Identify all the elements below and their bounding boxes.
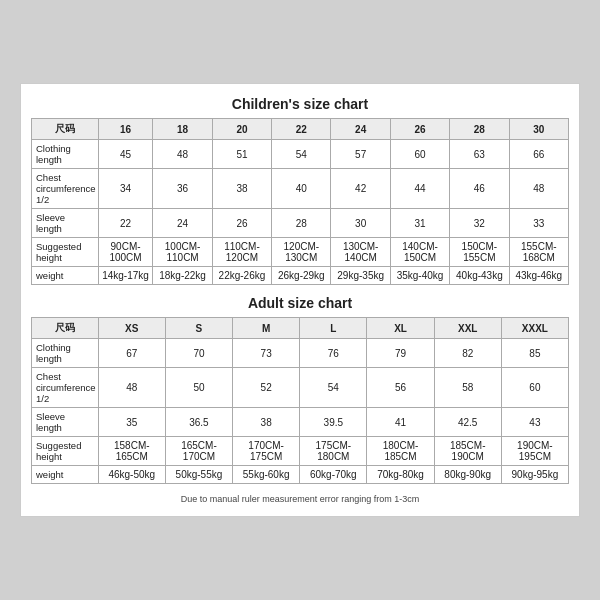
- cell-value: 70kg-80kg: [367, 466, 434, 484]
- cell-value: 58: [434, 368, 501, 408]
- row-label: Clothing length: [32, 339, 99, 368]
- row-label: weight: [32, 466, 99, 484]
- cell-value: 36: [153, 169, 212, 209]
- table-row: weight14kg-17kg18kg-22kg22kg-26kg26kg-29…: [32, 267, 569, 285]
- cell-value: 33: [509, 209, 568, 238]
- cell-value: 54: [300, 368, 367, 408]
- cell-value: 35: [98, 408, 165, 437]
- table-row: Suggested height90CM-100CM100CM-110CM110…: [32, 238, 569, 267]
- table-row: Chest circumference 1/248505254565860: [32, 368, 569, 408]
- cell-value: 46kg-50kg: [98, 466, 165, 484]
- cell-value: 130CM-140CM: [331, 238, 390, 267]
- cell-value: 30: [331, 209, 390, 238]
- cell-value: 36.5: [165, 408, 232, 437]
- row-label: Chest circumference 1/2: [32, 368, 99, 408]
- measurement-note: Due to manual ruler measurement error ra…: [31, 494, 569, 504]
- adult-col-header: XL: [367, 318, 434, 339]
- adult-col-header: XXXL: [501, 318, 568, 339]
- children-col-header: 18: [153, 119, 212, 140]
- row-label: Sleeve length: [32, 408, 99, 437]
- cell-value: 51: [212, 140, 271, 169]
- children-col-header: 26: [390, 119, 449, 140]
- cell-value: 185CM-190CM: [434, 437, 501, 466]
- cell-value: 18kg-22kg: [153, 267, 212, 285]
- cell-value: 22: [98, 209, 153, 238]
- cell-value: 54: [272, 140, 331, 169]
- adult-col-header: S: [165, 318, 232, 339]
- children-col-header: 尺码: [32, 119, 99, 140]
- row-label: Suggested height: [32, 437, 99, 466]
- table-row: Sleeve length2224262830313233: [32, 209, 569, 238]
- cell-value: 63: [450, 140, 509, 169]
- cell-value: 50: [165, 368, 232, 408]
- cell-value: 55kg-60kg: [233, 466, 300, 484]
- cell-value: 43: [501, 408, 568, 437]
- cell-value: 73: [233, 339, 300, 368]
- cell-value: 165CM-170CM: [165, 437, 232, 466]
- cell-value: 175CM-180CM: [300, 437, 367, 466]
- cell-value: 60: [390, 140, 449, 169]
- cell-value: 28: [272, 209, 331, 238]
- children-chart-title: Children's size chart: [31, 96, 569, 112]
- cell-value: 40kg-43kg: [450, 267, 509, 285]
- cell-value: 48: [98, 368, 165, 408]
- cell-value: 31: [390, 209, 449, 238]
- cell-value: 32: [450, 209, 509, 238]
- cell-value: 38: [233, 408, 300, 437]
- cell-value: 82: [434, 339, 501, 368]
- row-label: Sleeve length: [32, 209, 99, 238]
- adult-chart-title: Adult size chart: [31, 295, 569, 311]
- cell-value: 35kg-40kg: [390, 267, 449, 285]
- cell-value: 45: [98, 140, 153, 169]
- cell-value: 70: [165, 339, 232, 368]
- children-col-header: 28: [450, 119, 509, 140]
- cell-value: 120CM-130CM: [272, 238, 331, 267]
- cell-value: 155CM-168CM: [509, 238, 568, 267]
- cell-value: 60: [501, 368, 568, 408]
- children-col-header: 30: [509, 119, 568, 140]
- cell-value: 48: [153, 140, 212, 169]
- cell-value: 190CM-195CM: [501, 437, 568, 466]
- cell-value: 26kg-29kg: [272, 267, 331, 285]
- children-col-header: 24: [331, 119, 390, 140]
- cell-value: 57: [331, 140, 390, 169]
- table-row: Sleeve length3536.53839.54142.543: [32, 408, 569, 437]
- table-row: weight46kg-50kg50kg-55kg55kg-60kg60kg-70…: [32, 466, 569, 484]
- cell-value: 43kg-46kg: [509, 267, 568, 285]
- cell-value: 60kg-70kg: [300, 466, 367, 484]
- table-row: Suggested height158CM-165CM165CM-170CM17…: [32, 437, 569, 466]
- cell-value: 158CM-165CM: [98, 437, 165, 466]
- chart-container: Children's size chart 尺码1618202224262830…: [20, 83, 580, 517]
- adult-col-header: 尺码: [32, 318, 99, 339]
- row-label: Suggested height: [32, 238, 99, 267]
- cell-value: 40: [272, 169, 331, 209]
- cell-value: 90kg-95kg: [501, 466, 568, 484]
- adult-table: 尺码XSSMLXLXXLXXXL Clothing length67707376…: [31, 317, 569, 484]
- children-table: 尺码1618202224262830 Clothing length454851…: [31, 118, 569, 285]
- table-row: Chest circumference 1/23436384042444648: [32, 169, 569, 209]
- cell-value: 24: [153, 209, 212, 238]
- cell-value: 29kg-35kg: [331, 267, 390, 285]
- cell-value: 52: [233, 368, 300, 408]
- cell-value: 50kg-55kg: [165, 466, 232, 484]
- cell-value: 26: [212, 209, 271, 238]
- children-col-header: 20: [212, 119, 271, 140]
- cell-value: 170CM-175CM: [233, 437, 300, 466]
- cell-value: 42: [331, 169, 390, 209]
- cell-value: 38: [212, 169, 271, 209]
- cell-value: 76: [300, 339, 367, 368]
- cell-value: 34: [98, 169, 153, 209]
- row-label: Chest circumference 1/2: [32, 169, 99, 209]
- cell-value: 44: [390, 169, 449, 209]
- cell-value: 14kg-17kg: [98, 267, 153, 285]
- children-col-header: 16: [98, 119, 153, 140]
- cell-value: 41: [367, 408, 434, 437]
- row-label: weight: [32, 267, 99, 285]
- cell-value: 22kg-26kg: [212, 267, 271, 285]
- adult-col-header: XXL: [434, 318, 501, 339]
- cell-value: 66: [509, 140, 568, 169]
- row-label: Clothing length: [32, 140, 99, 169]
- cell-value: 39.5: [300, 408, 367, 437]
- cell-value: 80kg-90kg: [434, 466, 501, 484]
- cell-value: 56: [367, 368, 434, 408]
